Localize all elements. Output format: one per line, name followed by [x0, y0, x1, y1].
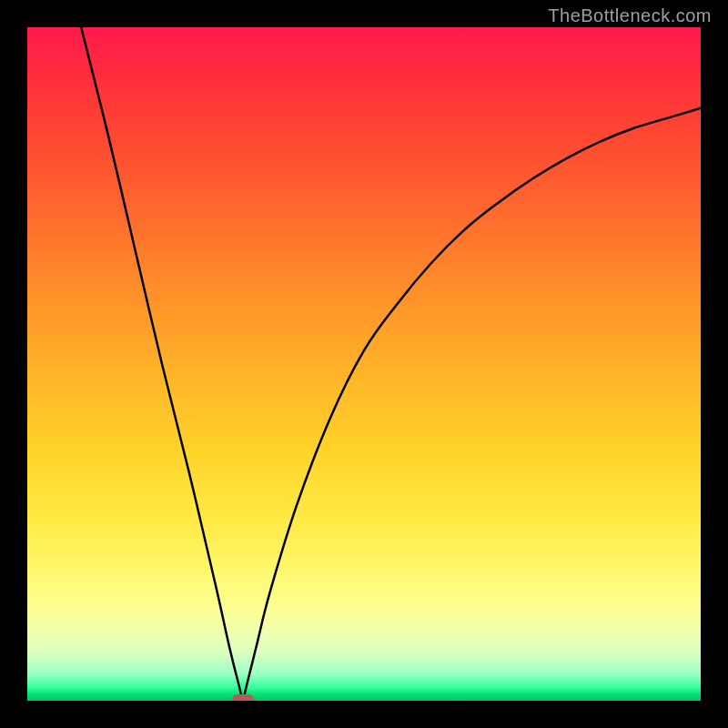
watermark-text: TheBottleneck.com — [548, 5, 712, 26]
bottleneck-curve — [27, 27, 701, 701]
curve-path — [81, 27, 701, 701]
chart-frame: TheBottleneck.com — [0, 0, 728, 728]
plot-area — [27, 27, 701, 701]
optimal-point-marker — [232, 694, 254, 701]
